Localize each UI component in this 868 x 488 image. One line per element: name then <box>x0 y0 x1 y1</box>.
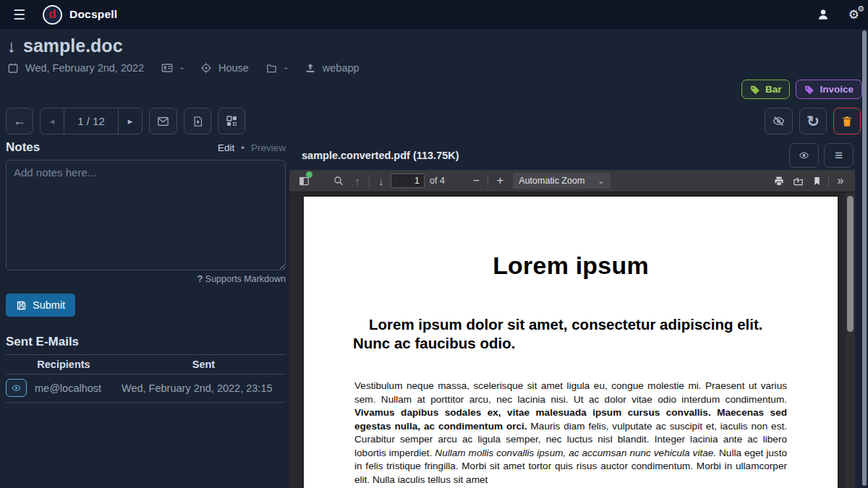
add-files-button[interactable] <box>184 108 211 134</box>
attachment-menu-button[interactable]: ≡ <box>824 143 854 168</box>
view-mail-button[interactable] <box>6 379 27 397</box>
arrow-down-icon: ↓ <box>7 36 16 56</box>
top-navbar: ☰ d Docspell ⚙ ⚙ <box>0 0 868 29</box>
calendar-icon <box>7 62 19 74</box>
pdfjs-search-button[interactable] <box>329 172 348 189</box>
qr-grid-button[interactable] <box>218 108 245 134</box>
settings-gears-icon[interactable]: ⚙ ⚙ <box>848 7 859 22</box>
attachment-header: sample.converted.pdf (113.75K) ≡ <box>289 140 855 170</box>
eye-icon <box>11 383 22 393</box>
question-icon: ? <box>197 273 203 284</box>
tag-bar[interactable]: Bar <box>741 80 791 99</box>
printer-icon <box>773 176 785 187</box>
attachment-page-indicator: 1 / 12 <box>64 108 119 134</box>
attachment-pager: ◂ 1 / 12 ▸ <box>40 108 142 134</box>
pdfjs-page-total: of 4 <box>430 176 445 186</box>
markdown-hint: ? Supports Markdown <box>6 273 286 284</box>
notes-edit-link[interactable]: Edit <box>218 142 234 153</box>
col-sent: Sent <box>122 359 286 370</box>
item-title: sample.doc <box>23 35 123 56</box>
address-card-icon <box>161 62 174 74</box>
pdf-scrollbar-thumb[interactable] <box>847 196 854 332</box>
attachment-file-label: sample.converted.pdf (113.75K) <box>302 150 459 161</box>
action-toolbar: ← ◂ 1 / 12 ▸ ↻ <box>0 99 868 134</box>
pdfjs-zoom-select[interactable]: Automatic Zoom ⌄ <box>513 173 610 189</box>
trash-icon <box>841 115 853 128</box>
item-date: Wed, February 2nd, 2022 <box>25 62 144 74</box>
pdf-scrollbar-track[interactable] <box>846 192 855 488</box>
crosshairs-icon <box>200 62 212 74</box>
pdfjs-zoom-in-button[interactable]: + <box>490 172 509 189</box>
upload-icon <box>305 62 316 74</box>
menu-bars-icon: ≡ <box>835 147 843 163</box>
search-icon <box>333 175 344 187</box>
next-attachment-button[interactable]: ▸ <box>119 108 142 134</box>
pdfjs-toolbar: ↑ ↓ of 4 − + Automatic Zoom ⌄ <box>289 170 855 192</box>
item-title-row: ↓ sample.doc <box>7 35 861 56</box>
pdfjs-prev-page-button[interactable]: ↑ <box>348 172 367 189</box>
pdf-page: Lorem ipsum Lorem ipsum dolor sit amet, … <box>304 197 838 488</box>
window-scrollbar-thumb[interactable] <box>862 30 867 486</box>
pdfjs-page-input[interactable] <box>391 174 425 188</box>
reprocess-button[interactable]: ↻ <box>799 108 827 134</box>
col-recipients: Recipients <box>6 359 122 370</box>
qr-code-icon <box>226 115 238 127</box>
item-header: ↓ sample.doc Wed, February 2nd, 2022 - H… <box>0 29 868 74</box>
file-upload-icon <box>192 115 203 128</box>
unconfirm-button[interactable] <box>765 108 793 134</box>
sent-emails-header: Recipients Sent <box>6 355 286 374</box>
pdf-doc-paragraph: Vestibulum neque massa, scelerisque sit … <box>354 380 787 487</box>
sent-emails-heading: Sent E-Mails <box>6 335 286 354</box>
pdf-doc-title: Lorem ipsum <box>304 252 838 280</box>
item-correspondent: - <box>180 62 184 74</box>
envelope-icon <box>156 116 170 127</box>
notes-preview-link[interactable]: Preview <box>251 142 286 153</box>
dot-separator: • <box>241 142 244 153</box>
prev-attachment-button[interactable]: ◂ <box>41 108 64 134</box>
notes-textarea[interactable] <box>6 160 286 270</box>
tags-row: Bar Invoice <box>0 74 868 99</box>
pdfjs-bookmark-button[interactable] <box>807 172 826 189</box>
pdfjs-download-button[interactable] <box>788 172 807 189</box>
pdfjs-zoom-out-button[interactable]: − <box>467 172 485 189</box>
download-icon <box>792 176 804 187</box>
pdfjs-more-tools-button[interactable]: » <box>831 172 850 189</box>
pdf-viewer[interactable]: Lorem ipsum Lorem ipsum dolor sit amet, … <box>289 192 855 488</box>
main-content: Notes Edit • Preview ? Supports Markdown… <box>0 140 868 488</box>
delete-button[interactable] <box>833 108 861 134</box>
user-icon[interactable] <box>817 8 830 21</box>
item-folder: - <box>284 62 288 74</box>
tag-invoice[interactable]: Invoice <box>796 80 862 99</box>
mail-sent-date: Wed, February 2nd, 2022, 23:15 <box>122 382 286 394</box>
sidebar-notification-dot <box>306 171 312 178</box>
pdfjs-print-button[interactable] <box>770 172 788 189</box>
sent-email-row: me@localhost Wed, February 2nd, 2022, 23… <box>6 374 286 403</box>
item-source: webapp <box>323 62 359 74</box>
bookmark-icon <box>812 176 822 187</box>
notes-submit-button[interactable]: Submit <box>6 294 75 317</box>
notes-panel: Notes Edit • Preview ? Supports Markdown… <box>0 140 289 488</box>
eye-icon <box>798 150 810 160</box>
tag-icon <box>750 85 760 95</box>
docspell-app: ☰ d Docspell ⚙ ⚙ ↓ sample.doc Wed, Febru… <box>0 0 868 488</box>
notes-heading: Notes <box>6 140 40 155</box>
mail-recipients: me@localhost <box>35 382 122 394</box>
pdfjs-sidebar-toggle[interactable] <box>294 172 313 189</box>
menu-icon[interactable]: ☰ <box>9 7 30 23</box>
app-title: Docspell <box>69 8 117 21</box>
pdfjs-next-page-button[interactable]: ↓ <box>372 172 391 189</box>
item-concerning: House <box>218 62 249 74</box>
back-button[interactable]: ← <box>6 108 33 134</box>
attachment-panel: sample.converted.pdf (113.75K) ≡ <box>289 140 855 488</box>
item-meta-row: Wed, February 2nd, 2022 - House - webapp <box>7 62 861 74</box>
eye-slash-icon <box>772 115 786 127</box>
attachment-view-button[interactable] <box>789 143 819 168</box>
save-icon <box>16 300 27 311</box>
send-mail-button[interactable] <box>149 108 177 134</box>
folder-icon <box>265 63 278 74</box>
sent-emails-table: Recipients Sent me@localhost Wed, Februa… <box>6 354 286 403</box>
pdf-doc-heading: Lorem ipsum dolor sit amet, consectetur … <box>353 315 788 353</box>
docspell-logo: d <box>43 5 62 25</box>
tag-icon <box>804 85 814 95</box>
chevron-down-icon: ⌄ <box>597 176 604 186</box>
